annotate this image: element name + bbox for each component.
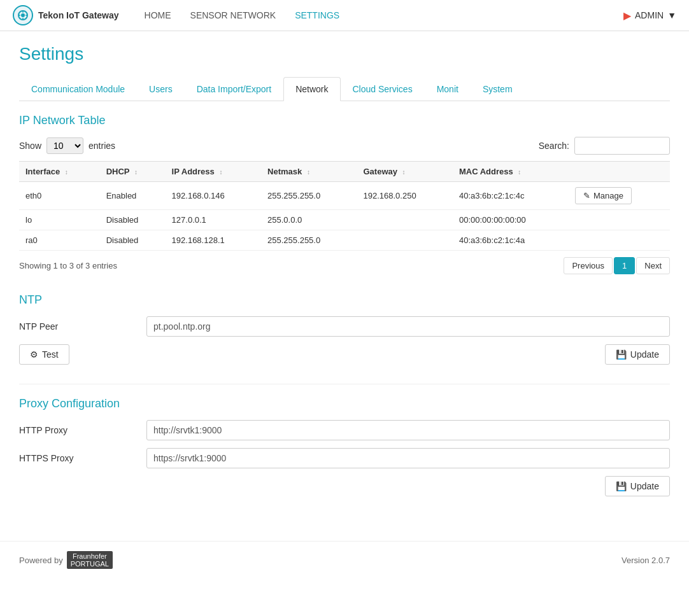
col-ip-address[interactable]: IP Address ↕ — [166, 162, 261, 182]
ntp-section: NTP Peer ⚙ Test 💾 Update — [19, 316, 670, 365]
cell-interface: ra0 — [19, 230, 100, 251]
cell-dhcp: Disabled — [100, 230, 166, 251]
ntp-update-button[interactable]: 💾 Update — [605, 344, 670, 365]
search-area: Search: — [539, 137, 670, 155]
cell-netmask: 255.255.255.0 — [261, 230, 357, 251]
page-1-button[interactable]: 1 — [614, 257, 635, 274]
sort-ip-icon: ↕ — [219, 169, 222, 176]
ntp-peer-input[interactable] — [146, 316, 670, 337]
cell-manage — [569, 210, 670, 230]
footer: Powered by Fraunhofer PORTUGAL Version 2… — [0, 541, 689, 578]
tab-monit[interactable]: Monit — [425, 77, 471, 101]
save-icon: 💾 — [616, 349, 627, 360]
col-netmask[interactable]: Netmask ↕ — [261, 162, 357, 182]
ntp-test-button[interactable]: ⚙ Test — [19, 344, 69, 365]
showing-text: Showing 1 to 3 of 3 entries — [19, 261, 117, 270]
cell-mac: 00:00:00:00:00:00 — [453, 210, 569, 230]
cell-manage: ✎ Manage — [569, 182, 670, 210]
ntp-peer-label: NTP Peer — [19, 321, 146, 332]
cell-ip: 192.168.0.146 — [166, 182, 261, 210]
cell-mac: 40:a3:6b:c2:1c:4a — [453, 230, 569, 251]
header: Tekon IoT Gateway HOME SENSOR NETWORK SE… — [0, 0, 689, 31]
sort-gateway-icon: ↕ — [402, 169, 406, 176]
sort-interface-icon: ↕ — [65, 169, 68, 176]
page-content: Settings Communication Module Users Data… — [0, 31, 689, 528]
gear-icon: ⚙ — [30, 349, 38, 360]
cell-dhcp: Disabled — [100, 210, 166, 230]
user-area[interactable]: ▶ ADMIN ▼ — [623, 10, 676, 22]
previous-button[interactable]: Previous — [564, 257, 613, 274]
proxy-title: Proxy Configuration — [19, 397, 670, 410]
logo-text: Tekon IoT Gateway — [38, 10, 119, 20]
nav-sensor-network[interactable]: SENSOR NETWORK — [190, 10, 276, 20]
cell-gateway: 192.168.0.250 — [357, 182, 452, 210]
entries-label: entries — [89, 141, 115, 151]
table-header: Interface ↕ DHCP ↕ IP Address ↕ Netmask … — [19, 162, 670, 182]
tabs: Communication Module Users Data Import/E… — [19, 77, 670, 101]
svg-point-1 — [21, 13, 25, 17]
table-row: ra0 Disabled 192.168.128.1 255.255.255.0… — [19, 230, 670, 251]
table-body: eth0 Enabled 192.168.0.146 255.255.255.0… — [19, 182, 670, 251]
http-proxy-input[interactable] — [146, 420, 670, 440]
tab-cloud-services[interactable]: Cloud Services — [341, 77, 425, 101]
cell-ip: 192.168.128.1 — [166, 230, 261, 251]
cell-ip: 127.0.0.1 — [166, 210, 261, 230]
cell-netmask: 255.255.255.0 — [261, 182, 357, 210]
nav-links: HOME SENSOR NETWORK SETTINGS — [145, 10, 623, 20]
powered-by-text: Powered by — [19, 556, 63, 565]
pagination: Previous 1 Next — [564, 257, 670, 274]
cell-interface: eth0 — [19, 182, 100, 210]
tab-communication-module[interactable]: Communication Module — [19, 77, 137, 101]
http-proxy-label: HTTP Proxy — [19, 425, 146, 435]
col-gateway[interactable]: Gateway ↕ — [357, 162, 452, 182]
sort-dhcp-icon: ↕ — [134, 169, 138, 176]
proxy-section: HTTP Proxy HTTPS Proxy 💾 Update — [19, 420, 670, 496]
search-input[interactable] — [574, 137, 670, 155]
footer-logo: Powered by Fraunhofer PORTUGAL — [19, 551, 113, 569]
next-button[interactable]: Next — [636, 257, 670, 274]
sort-mac-icon: ↕ — [518, 169, 521, 176]
fraunhofer-badge: Fraunhofer PORTUGAL — [67, 551, 113, 569]
cell-mac: 40:a3:6b:c2:1c:4c — [453, 182, 569, 210]
ntp-peer-row: NTP Peer — [19, 316, 670, 337]
nav-settings[interactable]: SETTINGS — [295, 10, 339, 20]
logo-icon — [13, 5, 33, 25]
cell-gateway — [357, 230, 452, 251]
col-dhcp[interactable]: DHCP ↕ — [100, 162, 166, 182]
ntp-title: NTP — [19, 293, 670, 307]
https-proxy-row: HTTPS Proxy — [19, 448, 670, 468]
cell-dhcp: Enabled — [100, 182, 166, 210]
page-title: Settings — [19, 44, 670, 64]
manage-button[interactable]: ✎ Manage — [575, 187, 632, 204]
ntp-actions: ⚙ Test 💾 Update — [19, 344, 670, 365]
table-row: eth0 Enabled 192.168.0.146 255.255.255.0… — [19, 182, 670, 210]
ip-network-table-title: IP Network Table — [19, 114, 670, 127]
sort-netmask-icon: ↕ — [307, 169, 310, 176]
col-actions — [569, 162, 670, 182]
nav-home[interactable]: HOME — [145, 10, 171, 20]
col-interface[interactable]: Interface ↕ — [19, 162, 100, 182]
show-label: Show — [19, 141, 41, 151]
cell-netmask: 255.0.0.0 — [261, 210, 357, 230]
show-entries: Show 10 25 50 100 entries — [19, 137, 115, 154]
logo-area: Tekon IoT Gateway — [13, 5, 119, 25]
tab-system[interactable]: System — [471, 77, 525, 101]
user-icon: ▶ — [623, 10, 631, 22]
https-proxy-label: HTTPS Proxy — [19, 453, 146, 463]
https-proxy-input[interactable] — [146, 448, 670, 468]
user-dropdown-icon: ▼ — [667, 10, 676, 20]
tab-users[interactable]: Users — [137, 77, 185, 101]
http-proxy-row: HTTP Proxy — [19, 420, 670, 440]
search-label: Search: — [539, 141, 569, 151]
user-label: ADMIN — [635, 10, 664, 20]
proxy-save-icon: 💾 — [616, 481, 627, 491]
entries-select[interactable]: 10 25 50 100 — [46, 137, 83, 154]
proxy-update-button[interactable]: 💾 Update — [605, 476, 670, 496]
cell-interface: lo — [19, 210, 100, 230]
tab-data-import-export[interactable]: Data Import/Export — [185, 77, 284, 101]
table-row: lo Disabled 127.0.0.1 255.0.0.0 00:00:00… — [19, 210, 670, 230]
col-mac[interactable]: MAC Address ↕ — [453, 162, 569, 182]
tab-network[interactable]: Network — [283, 77, 340, 101]
version-text: Version 2.0.7 — [622, 556, 670, 565]
ip-network-table: Interface ↕ DHCP ↕ IP Address ↕ Netmask … — [19, 161, 670, 251]
